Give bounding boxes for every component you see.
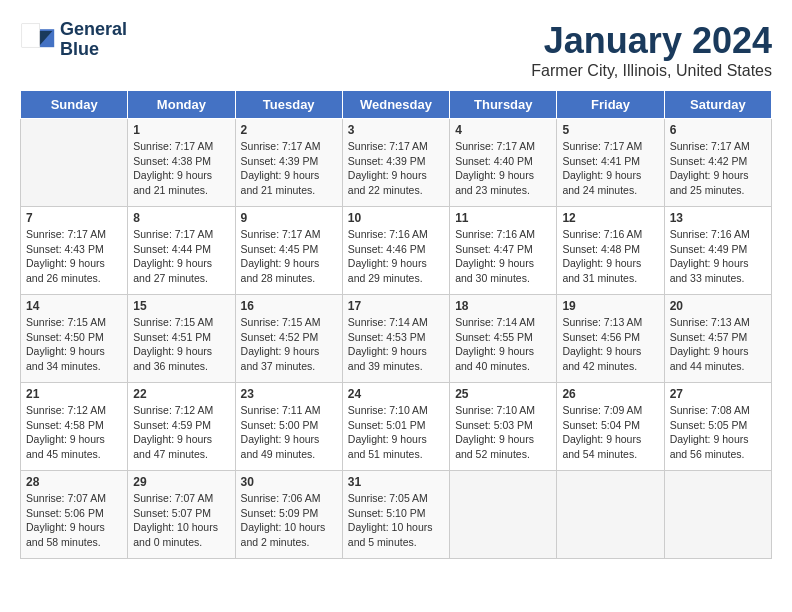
logo-text: General Blue — [60, 20, 127, 60]
weekday-header-row: SundayMondayTuesdayWednesdayThursdayFrid… — [21, 91, 772, 119]
calendar-header: SundayMondayTuesdayWednesdayThursdayFrid… — [21, 91, 772, 119]
calendar-week-4: 21Sunrise: 7:12 AMSunset: 4:58 PMDayligh… — [21, 383, 772, 471]
day-info: Sunrise: 7:17 AMSunset: 4:41 PMDaylight:… — [562, 139, 658, 198]
day-info: Sunrise: 7:15 AMSunset: 4:51 PMDaylight:… — [133, 315, 229, 374]
day-info: Sunrise: 7:05 AMSunset: 5:10 PMDaylight:… — [348, 491, 444, 550]
day-number: 4 — [455, 123, 551, 137]
day-number: 19 — [562, 299, 658, 313]
calendar-cell: 24Sunrise: 7:10 AMSunset: 5:01 PMDayligh… — [342, 383, 449, 471]
day-info: Sunrise: 7:13 AMSunset: 4:56 PMDaylight:… — [562, 315, 658, 374]
day-info: Sunrise: 7:16 AMSunset: 4:47 PMDaylight:… — [455, 227, 551, 286]
weekday-header-thursday: Thursday — [450, 91, 557, 119]
svg-rect-3 — [22, 24, 40, 47]
calendar-cell: 10Sunrise: 7:16 AMSunset: 4:46 PMDayligh… — [342, 207, 449, 295]
day-number: 9 — [241, 211, 337, 225]
day-number: 26 — [562, 387, 658, 401]
calendar-cell: 14Sunrise: 7:15 AMSunset: 4:50 PMDayligh… — [21, 295, 128, 383]
calendar-cell: 27Sunrise: 7:08 AMSunset: 5:05 PMDayligh… — [664, 383, 771, 471]
day-info: Sunrise: 7:09 AMSunset: 5:04 PMDaylight:… — [562, 403, 658, 462]
day-number: 17 — [348, 299, 444, 313]
day-number: 3 — [348, 123, 444, 137]
calendar-week-5: 28Sunrise: 7:07 AMSunset: 5:06 PMDayligh… — [21, 471, 772, 559]
page-header: General Blue January 2024 Farmer City, I… — [20, 20, 772, 80]
calendar-cell: 21Sunrise: 7:12 AMSunset: 4:58 PMDayligh… — [21, 383, 128, 471]
day-number: 1 — [133, 123, 229, 137]
calendar-cell — [21, 119, 128, 207]
weekday-header-wednesday: Wednesday — [342, 91, 449, 119]
day-info: Sunrise: 7:10 AMSunset: 5:01 PMDaylight:… — [348, 403, 444, 462]
day-number: 15 — [133, 299, 229, 313]
logo-line2: Blue — [60, 40, 127, 60]
weekday-header-friday: Friday — [557, 91, 664, 119]
day-number: 6 — [670, 123, 766, 137]
calendar-cell: 1Sunrise: 7:17 AMSunset: 4:38 PMDaylight… — [128, 119, 235, 207]
day-info: Sunrise: 7:07 AMSunset: 5:06 PMDaylight:… — [26, 491, 122, 550]
day-info: Sunrise: 7:16 AMSunset: 4:46 PMDaylight:… — [348, 227, 444, 286]
weekday-header-sunday: Sunday — [21, 91, 128, 119]
day-info: Sunrise: 7:17 AMSunset: 4:43 PMDaylight:… — [26, 227, 122, 286]
calendar-cell — [450, 471, 557, 559]
logo-line1: General — [60, 20, 127, 40]
day-number: 20 — [670, 299, 766, 313]
day-info: Sunrise: 7:14 AMSunset: 4:55 PMDaylight:… — [455, 315, 551, 374]
calendar-cell: 11Sunrise: 7:16 AMSunset: 4:47 PMDayligh… — [450, 207, 557, 295]
calendar-cell: 5Sunrise: 7:17 AMSunset: 4:41 PMDaylight… — [557, 119, 664, 207]
calendar-cell: 13Sunrise: 7:16 AMSunset: 4:49 PMDayligh… — [664, 207, 771, 295]
calendar-cell: 25Sunrise: 7:10 AMSunset: 5:03 PMDayligh… — [450, 383, 557, 471]
calendar-body: 1Sunrise: 7:17 AMSunset: 4:38 PMDaylight… — [21, 119, 772, 559]
day-number: 23 — [241, 387, 337, 401]
day-info: Sunrise: 7:17 AMSunset: 4:45 PMDaylight:… — [241, 227, 337, 286]
day-number: 2 — [241, 123, 337, 137]
logo-icon — [20, 22, 56, 58]
day-info: Sunrise: 7:16 AMSunset: 4:49 PMDaylight:… — [670, 227, 766, 286]
calendar-cell: 19Sunrise: 7:13 AMSunset: 4:56 PMDayligh… — [557, 295, 664, 383]
calendar-cell: 8Sunrise: 7:17 AMSunset: 4:44 PMDaylight… — [128, 207, 235, 295]
day-number: 30 — [241, 475, 337, 489]
calendar-cell: 20Sunrise: 7:13 AMSunset: 4:57 PMDayligh… — [664, 295, 771, 383]
calendar-cell: 23Sunrise: 7:11 AMSunset: 5:00 PMDayligh… — [235, 383, 342, 471]
day-number: 13 — [670, 211, 766, 225]
calendar-cell: 16Sunrise: 7:15 AMSunset: 4:52 PMDayligh… — [235, 295, 342, 383]
day-number: 11 — [455, 211, 551, 225]
day-number: 28 — [26, 475, 122, 489]
weekday-header-monday: Monday — [128, 91, 235, 119]
title-block: January 2024 Farmer City, Illinois, Unit… — [531, 20, 772, 80]
calendar-cell: 17Sunrise: 7:14 AMSunset: 4:53 PMDayligh… — [342, 295, 449, 383]
calendar-subtitle: Farmer City, Illinois, United States — [531, 62, 772, 80]
calendar-title: January 2024 — [531, 20, 772, 62]
calendar-cell: 7Sunrise: 7:17 AMSunset: 4:43 PMDaylight… — [21, 207, 128, 295]
calendar-cell: 28Sunrise: 7:07 AMSunset: 5:06 PMDayligh… — [21, 471, 128, 559]
day-number: 10 — [348, 211, 444, 225]
day-info: Sunrise: 7:10 AMSunset: 5:03 PMDaylight:… — [455, 403, 551, 462]
calendar-week-3: 14Sunrise: 7:15 AMSunset: 4:50 PMDayligh… — [21, 295, 772, 383]
calendar-cell: 4Sunrise: 7:17 AMSunset: 4:40 PMDaylight… — [450, 119, 557, 207]
day-info: Sunrise: 7:07 AMSunset: 5:07 PMDaylight:… — [133, 491, 229, 550]
calendar-cell: 15Sunrise: 7:15 AMSunset: 4:51 PMDayligh… — [128, 295, 235, 383]
logo: General Blue — [20, 20, 127, 60]
day-info: Sunrise: 7:17 AMSunset: 4:44 PMDaylight:… — [133, 227, 229, 286]
calendar-cell: 22Sunrise: 7:12 AMSunset: 4:59 PMDayligh… — [128, 383, 235, 471]
day-info: Sunrise: 7:12 AMSunset: 4:58 PMDaylight:… — [26, 403, 122, 462]
day-number: 27 — [670, 387, 766, 401]
calendar-cell: 31Sunrise: 7:05 AMSunset: 5:10 PMDayligh… — [342, 471, 449, 559]
day-info: Sunrise: 7:15 AMSunset: 4:52 PMDaylight:… — [241, 315, 337, 374]
day-info: Sunrise: 7:17 AMSunset: 4:39 PMDaylight:… — [348, 139, 444, 198]
calendar-cell: 12Sunrise: 7:16 AMSunset: 4:48 PMDayligh… — [557, 207, 664, 295]
day-number: 22 — [133, 387, 229, 401]
day-number: 31 — [348, 475, 444, 489]
day-info: Sunrise: 7:08 AMSunset: 5:05 PMDaylight:… — [670, 403, 766, 462]
day-info: Sunrise: 7:17 AMSunset: 4:40 PMDaylight:… — [455, 139, 551, 198]
day-info: Sunrise: 7:13 AMSunset: 4:57 PMDaylight:… — [670, 315, 766, 374]
day-info: Sunrise: 7:06 AMSunset: 5:09 PMDaylight:… — [241, 491, 337, 550]
weekday-header-saturday: Saturday — [664, 91, 771, 119]
calendar-cell: 29Sunrise: 7:07 AMSunset: 5:07 PMDayligh… — [128, 471, 235, 559]
calendar-cell: 3Sunrise: 7:17 AMSunset: 4:39 PMDaylight… — [342, 119, 449, 207]
day-info: Sunrise: 7:14 AMSunset: 4:53 PMDaylight:… — [348, 315, 444, 374]
day-number: 25 — [455, 387, 551, 401]
day-info: Sunrise: 7:11 AMSunset: 5:00 PMDaylight:… — [241, 403, 337, 462]
day-number: 21 — [26, 387, 122, 401]
day-info: Sunrise: 7:17 AMSunset: 4:39 PMDaylight:… — [241, 139, 337, 198]
day-number: 12 — [562, 211, 658, 225]
day-number: 5 — [562, 123, 658, 137]
day-number: 29 — [133, 475, 229, 489]
